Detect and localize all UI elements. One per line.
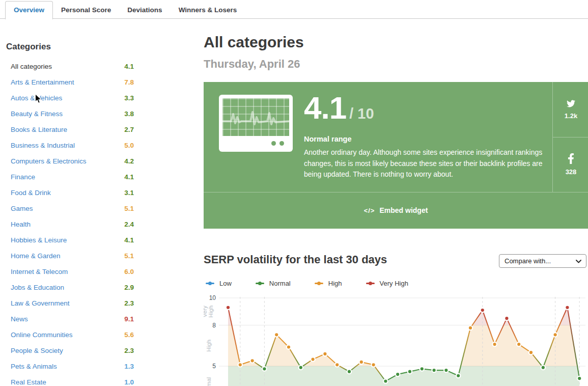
facebook-icon	[568, 153, 574, 164]
category-score: 9.1	[124, 315, 134, 323]
twitter-share-button[interactable]: 1.2k	[553, 82, 588, 137]
main-content: All categories Thursday, April 26 4.1/ 1…	[204, 19, 588, 386]
category-label[interactable]: News	[11, 315, 28, 323]
category-label[interactable]: People & Society	[11, 347, 63, 354]
category-label[interactable]: Internet & Telecom	[11, 268, 68, 275]
category-score: 5.6	[124, 331, 134, 339]
tab-winners-losers[interactable]: Winners & Losers	[171, 2, 245, 19]
page-date: Thursday, April 26	[204, 58, 300, 71]
category-label[interactable]: Health	[11, 220, 31, 228]
sidebar-item-computers-electronics[interactable]: Computers & Electronics4.2	[0, 153, 134, 169]
category-label[interactable]: Beauty & Fitness	[11, 110, 63, 118]
facebook-share-button[interactable]: 328	[553, 137, 588, 192]
categories-sidebar: Categories All categories4.1Arts & Enter…	[0, 19, 204, 386]
category-score: 5.1	[124, 252, 134, 260]
tab-bar: OverviewPersonal ScoreDeviationsWinners …	[0, 0, 588, 19]
category-score: 2.9	[124, 284, 134, 291]
sidebar-item-finance[interactable]: Finance4.1	[0, 169, 134, 185]
sidebar-item-business-industrial[interactable]: Business & Industrial5.0	[0, 137, 134, 153]
legend-marker-icon	[206, 283, 214, 284]
legend-label: Normal	[269, 280, 291, 287]
svg-text:VeryHigh: VeryHigh	[204, 306, 214, 318]
svg-text:High: High	[206, 340, 212, 352]
category-score: 3.1	[124, 189, 134, 197]
score-card-body: 4.1/ 10 Normal range Another ordinary da…	[204, 82, 588, 192]
score-description: Another ordinary day. Although some site…	[304, 147, 548, 180]
category-score: 3.8	[124, 110, 134, 118]
ecg-monitor-icon	[219, 95, 293, 152]
legend-label: Very High	[380, 280, 408, 287]
sidebar-item-law-government[interactable]: Law & Government2.3	[0, 295, 134, 311]
legend-item-normal: Normal	[256, 280, 291, 287]
code-icon: </>	[364, 207, 375, 214]
sidebar-item-jobs-education[interactable]: Jobs & Education2.9	[0, 280, 134, 295]
category-score: 2.3	[124, 299, 134, 307]
category-label[interactable]: Home & Garden	[11, 252, 61, 260]
tab-overview[interactable]: Overview	[5, 1, 53, 19]
sidebar-item-books-literature[interactable]: Books & Literature2.7	[0, 122, 134, 137]
embed-widget-label: Embed widget	[379, 206, 428, 214]
category-score: 4.1	[124, 63, 134, 70]
sidebar-item-news[interactable]: News9.1	[0, 311, 134, 327]
category-score: 5.1	[124, 205, 134, 212]
chart-legend: LowNormalHighVery High	[206, 280, 432, 287]
serp-section-title: SERP volatility for the last 30 days	[204, 253, 387, 266]
category-label[interactable]: Arts & Entertainment	[11, 78, 74, 86]
category-score: 2.7	[124, 126, 134, 133]
sidebar-item-pets-animals[interactable]: Pets & Animals1.3	[0, 359, 134, 374]
category-label[interactable]: All categories	[11, 63, 52, 70]
sidebar-item-people-society[interactable]: People & Society2.3	[0, 343, 134, 359]
chevron-down-icon	[576, 260, 581, 263]
svg-text:5: 5	[212, 363, 216, 370]
compare-with-select[interactable]: Compare with...	[499, 254, 586, 268]
tab-deviations[interactable]: Deviations	[119, 2, 170, 19]
sidebar-item-real-estate[interactable]: Real Estate1.0	[0, 374, 134, 386]
category-label[interactable]: Games	[11, 205, 33, 212]
twitter-icon	[566, 99, 576, 108]
tab-personal-score[interactable]: Personal Score	[53, 2, 119, 19]
legend-item-low: Low	[206, 280, 232, 287]
category-label[interactable]: Real Estate	[11, 378, 46, 386]
sidebar-item-autos-vehicles[interactable]: Autos & Vehicles3.3	[0, 90, 134, 106]
sidebar-item-hobbies-leisure[interactable]: Hobbies & Leisure4.1	[0, 232, 134, 248]
legend-label: Low	[219, 280, 232, 287]
category-label[interactable]: Computers & Electronics	[11, 157, 87, 165]
sidebar-item-online-communities[interactable]: Online Communities5.6	[0, 327, 134, 343]
sidebar-item-arts-entertainment[interactable]: Arts & Entertainment7.8	[0, 74, 134, 90]
score-status: Normal range	[304, 135, 548, 143]
sidebar-title: Categories	[6, 42, 204, 52]
legend-label: High	[328, 280, 342, 287]
category-label[interactable]: Books & Literature	[11, 126, 67, 133]
category-label[interactable]: Food & Drink	[11, 189, 51, 197]
sidebar-item-health[interactable]: Health2.4	[0, 216, 134, 232]
score-max: / 10	[349, 105, 374, 122]
share-column: 1.2k328	[552, 82, 588, 192]
sidebar-item-all-categories[interactable]: All categories4.1	[0, 59, 134, 74]
legend-marker-icon	[315, 283, 323, 284]
sidebar-item-beauty-fitness[interactable]: Beauty & Fitness3.8	[0, 106, 134, 122]
category-label[interactable]: Autos & Vehicles	[11, 94, 62, 102]
sidebar-item-food-drink[interactable]: Food & Drink3.1	[0, 185, 134, 201]
sidebar-item-games[interactable]: Games5.1	[0, 201, 134, 216]
category-label[interactable]: Pets & Animals	[11, 363, 57, 370]
category-label[interactable]: Hobbies & Leisure	[11, 236, 67, 244]
share-count: 328	[566, 168, 577, 176]
category-label[interactable]: Jobs & Education	[11, 284, 64, 291]
embed-widget-button[interactable]: </> Embed widget	[204, 192, 588, 228]
volatility-chart[interactable]: 1085VeryHighHighNormalLow	[204, 293, 588, 386]
category-score: 1.3	[124, 363, 134, 370]
category-label[interactable]: Business & Industrial	[11, 142, 75, 149]
compare-with-value: Compare with...	[505, 257, 551, 265]
category-score: 6.0	[124, 268, 134, 275]
legend-marker-icon	[256, 283, 264, 284]
category-label[interactable]: Law & Government	[11, 299, 70, 307]
category-score: 7.8	[124, 78, 134, 86]
score-info: 4.1/ 10 Normal range Another ordinary da…	[293, 82, 552, 192]
svg-text:Normal: Normal	[206, 377, 212, 386]
category-score: 4.1	[124, 173, 134, 181]
tab-list: OverviewPersonal ScoreDeviationsWinners …	[0, 0, 588, 19]
category-label[interactable]: Finance	[11, 173, 35, 181]
sidebar-item-home-garden[interactable]: Home & Garden5.1	[0, 248, 134, 264]
sidebar-item-internet-telecom[interactable]: Internet & Telecom6.0	[0, 264, 134, 280]
category-label[interactable]: Online Communities	[11, 331, 73, 339]
